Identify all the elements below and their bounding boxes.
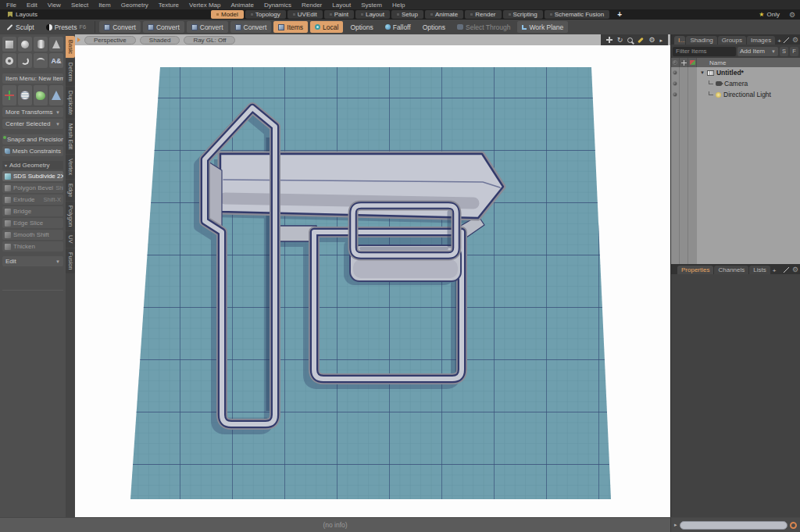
tab-groups[interactable]: Groups [718, 36, 746, 45]
sculpt-blob-tool-button[interactable] [34, 85, 48, 105]
text-tool-button[interactable]: A& [49, 53, 63, 68]
center-selected-dropdown[interactable]: Center Selected ▼ [2, 119, 63, 129]
viewport-3d-canvas[interactable] [75, 45, 670, 517]
tab-scripting[interactable]: Scripting [503, 10, 543, 19]
layouts-menu[interactable]: Layouts [0, 11, 211, 18]
menu-edit[interactable]: Edit [27, 2, 38, 9]
edit-dropdown[interactable]: Edit ▼ [2, 256, 63, 266]
visibility-toggle-row[interactable] [671, 67, 697, 78]
menu-item[interactable]: Item [98, 2, 111, 9]
helix-tool-button[interactable] [18, 53, 32, 68]
sculpt-button[interactable]: Sculpt [2, 21, 39, 33]
panel-gear-icon[interactable]: ⚙ [792, 266, 798, 273]
visibility-column-header[interactable] [671, 58, 680, 67]
key-icon[interactable] [638, 37, 645, 43]
menu-system[interactable]: System [361, 2, 382, 9]
viewport-options-arrow-icon[interactable]: ▸ [659, 37, 662, 44]
menu-layout[interactable]: Layout [332, 2, 351, 9]
convert-button-3[interactable]: Convert [187, 21, 228, 33]
add-item-dropdown[interactable]: Add Item ▼ [738, 47, 778, 56]
tab-render[interactable]: Render [465, 10, 501, 19]
tree-row-directional-light[interactable]: Directional Light [697, 89, 800, 100]
add-panel-tab-button[interactable]: + [776, 37, 783, 45]
only-filter-toggle[interactable]: ★ Only [754, 11, 784, 18]
tab-topology[interactable]: Topology [245, 10, 286, 19]
menu-geometry[interactable]: Geometry [121, 2, 148, 9]
command-input[interactable] [680, 521, 788, 530]
tab-schematic-fusion[interactable]: Schematic Fusion [545, 10, 610, 19]
rotate-icon[interactable]: ↻ [617, 37, 623, 44]
tag-column-header[interactable] [688, 58, 697, 67]
filters-button[interactable]: F [790, 47, 798, 56]
add-panel-tab-button[interactable]: + [771, 267, 778, 274]
visibility-toggle-row[interactable] [671, 78, 697, 89]
tab-setup[interactable]: Setup [391, 10, 423, 19]
curve-tool-button[interactable] [34, 53, 48, 68]
uv-sphere-tool-button[interactable] [18, 85, 32, 105]
menu-help[interactable]: Help [392, 2, 405, 9]
tree-row-camera[interactable]: Camera [697, 78, 800, 89]
axis-transform-button[interactable] [2, 85, 16, 105]
tool-bridge[interactable]: Bridge [2, 206, 63, 216]
tool-edge-slice[interactable]: Edge Slice [2, 218, 63, 228]
add-workspace-tab-button[interactable]: + [611, 10, 628, 19]
name-column-header[interactable]: Name [697, 58, 800, 67]
item-menu-dropdown[interactable]: Item Menu: New Item ▼ [2, 73, 63, 84]
tab-animate[interactable]: Animate [425, 10, 463, 19]
local-action-center-button[interactable]: Local [310, 21, 343, 33]
mesh-constraints-button[interactable]: Mesh Constraints [2, 146, 63, 156]
expand-panel-icon[interactable] [784, 267, 789, 273]
vtab-basic[interactable]: Basic [66, 36, 75, 58]
options-button-1[interactable]: Options [345, 21, 377, 33]
convert-button-2[interactable]: Convert [143, 21, 184, 33]
command-history-icon[interactable] [790, 522, 797, 529]
menu-file[interactable]: File [6, 2, 16, 9]
menu-select[interactable]: Select [71, 2, 88, 9]
menu-dynamics[interactable]: Dynamics [264, 2, 291, 9]
vtab-edge[interactable]: Edge [66, 180, 75, 202]
menu-animate[interactable]: Animate [231, 2, 254, 9]
tab-layout[interactable]: Layout [355, 10, 390, 19]
convert-button-1[interactable]: Convert [99, 21, 141, 33]
tab-lists[interactable]: Lists [749, 266, 770, 274]
torus-primitive-button[interactable] [2, 53, 16, 68]
panel-gear-icon[interactable]: ⚙ [792, 36, 798, 44]
cube-primitive-button[interactable] [2, 37, 16, 52]
pan-icon[interactable] [606, 37, 612, 43]
scopes-button[interactable]: S [780, 47, 788, 56]
sphere-primitive-button[interactable] [18, 37, 32, 52]
vtab-duplicate[interactable]: Duplicate [66, 87, 75, 119]
viewport-menu-icon[interactable] [77, 37, 80, 42]
menu-texture[interactable]: Texture [159, 2, 179, 9]
tab-paint[interactable]: Paint [324, 10, 354, 19]
tab-shading[interactable]: Shading [686, 36, 716, 45]
menu-view[interactable]: View [48, 2, 61, 9]
items-mode-button[interactable]: Items [273, 21, 308, 33]
add-geometry-section-header[interactable]: ▾ Add Geometry [2, 161, 63, 170]
cone-primitive-button[interactable] [49, 37, 63, 52]
select-through-button[interactable]: Select Through [452, 21, 516, 33]
tab-properties[interactable]: Properties [677, 266, 713, 274]
tab-uvedit[interactable]: UVEdit [288, 10, 323, 19]
tree-row-untitled[interactable]: ▼ Untitled* [697, 67, 800, 78]
work-plane-button[interactable]: Work Plane [517, 21, 568, 33]
cylinder-primitive-button[interactable] [34, 37, 48, 52]
tool-extrude[interactable]: Extrude Shift-X [2, 195, 63, 205]
tool-thicken[interactable]: Thicken [2, 241, 63, 252]
menu-render[interactable]: Render [302, 2, 322, 9]
viewport-camera-mode-button[interactable]: Perspective [84, 36, 136, 45]
menu-vertex-map[interactable]: Vertex Map [189, 2, 220, 9]
vtab-fusion[interactable]: Fusion [66, 248, 75, 274]
vtab-mesh-edit[interactable]: Mesh Edit [66, 120, 75, 153]
viewport-gear-icon[interactable]: ⚙ [648, 37, 655, 44]
more-transforms-dropdown[interactable]: More Transforms ▼ [2, 107, 63, 117]
gear-icon[interactable]: ⚙ [784, 11, 800, 19]
falloff-button[interactable]: Falloff [380, 21, 416, 33]
wireframe-cone-tool-button[interactable] [49, 85, 63, 105]
tab-model[interactable]: Model [211, 10, 244, 19]
tab-images[interactable]: Images [747, 36, 775, 45]
tool-polygon-bevel[interactable]: Polygon Bevel Shift-B [2, 183, 63, 193]
disclosure-triangle-icon[interactable]: ▼ [700, 70, 705, 75]
viewport-shading-mode-button[interactable]: Shaded [140, 36, 180, 45]
pin-column-header[interactable] [680, 58, 688, 67]
